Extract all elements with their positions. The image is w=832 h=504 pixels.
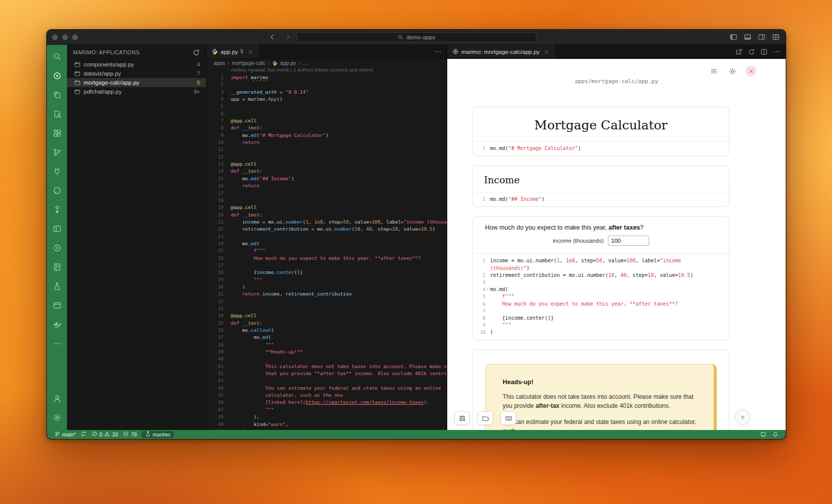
- breadcrumb[interactable]: apps mortgage-calc app.py …: [206, 59, 447, 67]
- code-editor[interactable]: 1import marimo23__generated_with = "0.0.…: [206, 74, 447, 430]
- plug-icon[interactable]: [47, 162, 67, 181]
- sidebar-item-mortgage-calc[interactable]: mortgage-calc/app.py5: [67, 78, 206, 87]
- income-number-input[interactable]: [608, 236, 649, 246]
- account-icon[interactable]: [47, 389, 67, 408]
- save-button[interactable]: [454, 411, 470, 425]
- customize-layout-icon[interactable]: [772, 33, 780, 41]
- preview-globe-icon: [452, 48, 459, 55]
- extensions-icon[interactable]: [47, 123, 67, 142]
- zoom-window-button[interactable]: [72, 34, 78, 40]
- layout-controls: [730, 33, 780, 41]
- income-input-label: income (thousands): [553, 238, 604, 244]
- back-arrow-icon[interactable]: [268, 33, 276, 41]
- breadcrumb-folder[interactable]: apps: [214, 60, 225, 66]
- more-actions-icon[interactable]: [434, 48, 442, 55]
- close-tab-icon[interactable]: [543, 49, 549, 55]
- marimo-apps-icon[interactable]: [47, 66, 67, 85]
- app-file-path: apps/mortgage-calc/app.py: [447, 78, 786, 85]
- marimo-label: marimo: [153, 431, 170, 438]
- activity-bar-top: [47, 47, 67, 353]
- cell-code[interactable]: 1income = mo.ui.number(1, 1e8, step=50, …: [473, 253, 729, 339]
- run-app-button[interactable]: [735, 409, 750, 425]
- error-count: 0: [99, 431, 102, 438]
- file-name: components/app.py: [84, 61, 134, 67]
- breadcrumb-folder[interactable]: mortgage-calc: [232, 60, 265, 66]
- screencast-icon[interactable]: [758, 431, 769, 438]
- cell-question: How much do you expect to make this year…: [472, 216, 729, 340]
- breadcrumb-separator: [299, 60, 301, 66]
- tab-label: app.py: [221, 49, 238, 55]
- settings-gear-icon[interactable]: [47, 408, 67, 427]
- cell-count-badge: 5: [197, 80, 200, 86]
- error-icon: [92, 431, 98, 438]
- keyboard-shortcuts-button[interactable]: [501, 411, 516, 425]
- refresh-preview-icon[interactable]: [748, 48, 755, 55]
- remote-window-icon[interactable]: [47, 296, 67, 315]
- more-actions-icon[interactable]: [773, 48, 781, 55]
- cell-code[interactable]: 1mo.md("# Mortgage Calculator"): [473, 141, 729, 156]
- breadcrumb-symbol[interactable]: …: [303, 60, 308, 66]
- tab-marimo-preview[interactable]: marimo: mortgage-calc/app.py: [447, 45, 555, 58]
- app-title: Mortgage Calculator: [473, 107, 729, 141]
- file-search-icon[interactable]: [47, 104, 67, 123]
- marimo-diamond-icon[interactable]: [47, 200, 67, 219]
- sidebar-item-components[interactable]: components/app.py4: [67, 60, 206, 69]
- command-center-search[interactable]: demo-apps: [297, 32, 536, 42]
- ports-status[interactable]: 79: [120, 430, 139, 439]
- split-editor-icon[interactable]: [760, 48, 768, 55]
- port-icon: [123, 431, 129, 438]
- sync-status[interactable]: [78, 430, 89, 439]
- app-settings-gear-icon[interactable]: [727, 65, 738, 77]
- breadcrumb-separator: [268, 60, 270, 66]
- tests-beaker-icon[interactable]: [47, 276, 67, 296]
- breadcrumb-file[interactable]: app.py: [280, 60, 296, 66]
- notifications-bell-icon[interactable]: [770, 431, 781, 438]
- callout-paragraph: This calculator does not take taxes into…: [503, 392, 697, 411]
- directory-button[interactable]: [477, 411, 493, 425]
- breadcrumb-separator: [228, 60, 230, 66]
- sidebar-item-pdfchat[interactable]: pdfchat/app.py9+: [67, 87, 206, 96]
- open-external-icon[interactable]: [735, 48, 742, 55]
- more-icon[interactable]: [47, 334, 67, 353]
- question-text: How much do you expect to make this year…: [473, 217, 729, 233]
- menu-icon[interactable]: [708, 65, 719, 77]
- minimize-window-button[interactable]: [62, 34, 68, 40]
- tab-app-py[interactable]: app.py 5: [206, 45, 259, 58]
- warning-callout: Heads-up! This calculator does not take …: [485, 364, 717, 430]
- toggle-panel-icon[interactable]: [744, 33, 751, 41]
- sidebar-item-dataviz[interactable]: dataviz/app.py7: [67, 69, 206, 78]
- forward-arrow-icon[interactable]: [284, 33, 292, 41]
- toggle-secondary-sidebar-icon[interactable]: [758, 33, 766, 41]
- git-branch-status[interactable]: main*: [52, 430, 78, 439]
- explorer-files-icon[interactable]: [47, 85, 67, 104]
- source-control-icon[interactable]: [47, 142, 67, 162]
- git-blame-annotation: Akshay Agrawal, last month | 2 authors (…: [206, 67, 447, 74]
- layout-icon[interactable]: [47, 219, 67, 238]
- history-nav: [268, 33, 292, 41]
- notebook-icon[interactable]: [47, 257, 67, 276]
- tab-problems-badge: 5: [241, 49, 244, 54]
- income-heading: Income: [473, 166, 729, 192]
- close-tab-icon[interactable]: [247, 49, 253, 55]
- docker-icon[interactable]: [47, 315, 67, 334]
- toggle-sidebar-icon[interactable]: [730, 33, 737, 41]
- problems-status[interactable]: 0 33: [89, 430, 121, 439]
- sidebar: MARIMO: APPLICATIONS components/app.py4d…: [67, 45, 206, 430]
- cell-income: Income 1mo.md("## Income"): [472, 165, 729, 207]
- app-file-icon: [74, 80, 81, 86]
- workspace-name: demo-apps: [406, 34, 436, 40]
- callout-heading: Heads-up!: [503, 379, 697, 386]
- branch-name: main*: [62, 431, 76, 438]
- git-branch-icon: [54, 431, 60, 438]
- marimo-status[interactable]: marimo: [142, 431, 174, 438]
- shutdown-close-icon[interactable]: [745, 65, 756, 77]
- app-file-icon: [74, 89, 81, 95]
- close-window-button[interactable]: [52, 34, 58, 40]
- search-icon[interactable]: [47, 47, 67, 66]
- run-icon[interactable]: [47, 238, 67, 257]
- github-icon[interactable]: [47, 181, 67, 200]
- cell-code[interactable]: 1mo.md("## Income"): [473, 192, 729, 206]
- refresh-icon[interactable]: [192, 49, 200, 56]
- window-controls: [52, 30, 78, 44]
- cell-count-badge: 9+: [194, 89, 200, 95]
